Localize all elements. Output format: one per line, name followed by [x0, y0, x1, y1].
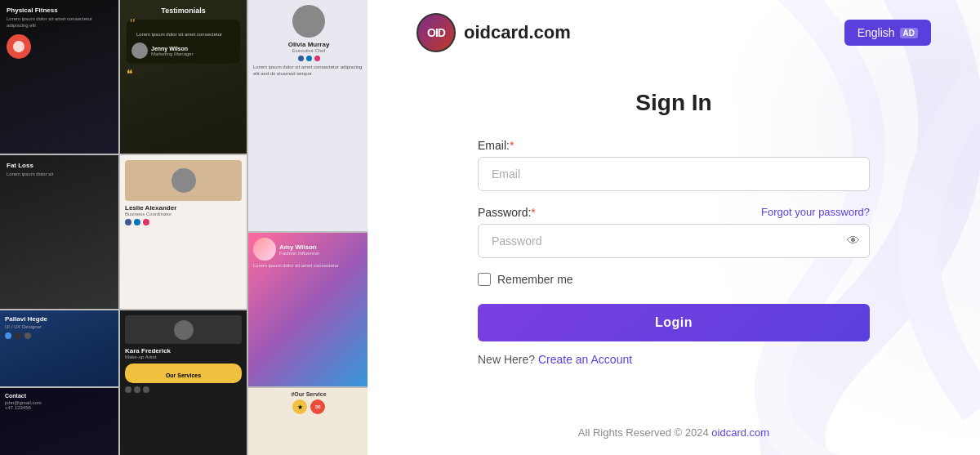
- language-label: English: [858, 26, 895, 39]
- language-button[interactable]: English AD: [844, 20, 931, 46]
- mosaic-card-kara: Kara Frederick Make-up Artist Our Servic…: [120, 310, 247, 455]
- sign-in-form: Sign In Email:* Password:* Forgot your p…: [478, 90, 870, 366]
- mosaic-card-contact1: Contact john@gmail.com +47 123456: [0, 388, 118, 455]
- mosaic-card-olivia: Olivia Murray Executive Chef Lorem ipsum…: [248, 0, 368, 231]
- top-bar: OID oidcard.com English AD: [368, 0, 980, 65]
- new-here-row: New Here? Create an Account: [478, 353, 870, 366]
- password-wrapper: 👁: [478, 224, 870, 258]
- email-group: Email:*: [478, 139, 870, 191]
- footer: All Rights Reserved © 2024 oidcard.com: [368, 426, 980, 439]
- password-row: Password:* Forgot your password?: [478, 206, 870, 219]
- sign-in-title: Sign In: [478, 90, 870, 116]
- mosaic-card-1: Physical Fitness Lorem ipsum dolor sit a…: [0, 0, 118, 154]
- password-label: Password:*: [478, 206, 536, 219]
- mosaic-card-fat-loss: Fat Loss Lorem ipsum dolor sit: [0, 155, 118, 309]
- footer-text: All Rights Reserved © 2024: [578, 426, 709, 439]
- remember-label: Remember me: [497, 273, 573, 286]
- password-input[interactable]: [478, 224, 870, 258]
- password-group: Password:* Forgot your password? 👁: [478, 206, 870, 258]
- create-account-link[interactable]: Create an Account: [538, 353, 632, 366]
- ad-badge: AD: [900, 28, 918, 38]
- remember-checkbox[interactable]: [478, 273, 491, 286]
- email-input[interactable]: [478, 157, 870, 191]
- mosaic-card-amy: Amy Wilson Fashion Influencer Lorem ipsu…: [248, 233, 368, 386]
- mosaic-card-service: #Our Service ★ ✉: [248, 388, 368, 455]
- logo-text: oidcard.com: [464, 22, 571, 43]
- email-label: Email:*: [478, 139, 870, 152]
- mosaic-card-10: Pallavi Hegde UI / UX Designer: [0, 310, 118, 386]
- mosaic-card-leslie: Leslie Alexander Business Coordinator: [120, 155, 247, 309]
- logo-icon: OID: [416, 13, 456, 52]
- right-panel: OID oidcard.com English AD Sign In Email…: [368, 0, 980, 455]
- remember-row: Remember me: [478, 273, 870, 286]
- login-button[interactable]: Login: [478, 304, 870, 341]
- eye-icon[interactable]: 👁: [847, 234, 860, 248]
- new-here-text: New Here?: [478, 353, 535, 366]
- mosaic-card-testimonials: Testimonials " Lorem ipsum dolor sit ame…: [120, 0, 247, 154]
- footer-link[interactable]: oidcard.com: [711, 426, 769, 439]
- forgot-password-link[interactable]: Forgot your password?: [761, 206, 870, 218]
- logo-area: OID oidcard.com: [416, 13, 571, 52]
- mosaic-panel: Physical Fitness Lorem ipsum dolor sit a…: [0, 0, 368, 455]
